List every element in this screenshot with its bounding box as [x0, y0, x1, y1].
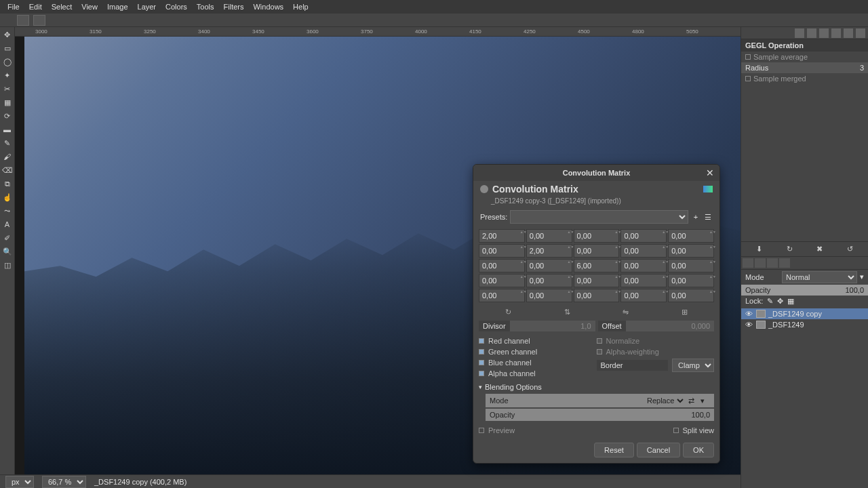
matrix-cell-1-0[interactable]: ▲▼ — [479, 244, 525, 258]
spinner-icon[interactable]: ▲▼ — [614, 230, 618, 242]
measure-tool[interactable]: ◫ — [1, 259, 14, 271]
normalize-check[interactable] — [597, 338, 602, 344]
spinner-icon[interactable]: ▲▼ — [614, 245, 618, 257]
border-select[interactable]: Clamp — [672, 359, 714, 372]
matrix-cell-0-4[interactable]: ▲▼ — [668, 229, 714, 243]
spinner-icon[interactable]: ▲▼ — [568, 274, 572, 287]
layer-mode-select[interactable]: Normal — [782, 271, 857, 283]
menu-colors[interactable]: Colors — [161, 1, 192, 12]
matrix-input[interactable] — [669, 260, 709, 272]
zoom-select[interactable]: 66,7 % — [42, 476, 86, 488]
dock-icon[interactable] — [831, 28, 841, 38]
brush-tool[interactable]: 🖌 — [1, 150, 14, 163]
matrix-cell-4-1[interactable]: ▲▼ — [526, 289, 572, 302]
matrix-input[interactable] — [669, 245, 709, 257]
blend-menu-icon[interactable]: ▾ — [701, 396, 710, 405]
dock-icon[interactable] — [819, 28, 829, 38]
matrix-input[interactable] — [479, 274, 520, 287]
tool-option-2[interactable] — [33, 15, 45, 26]
dock-icon[interactable] — [795, 28, 804, 38]
zoom-tool[interactable]: 🔍 — [1, 245, 14, 258]
menu-tools[interactable]: Tools — [192, 1, 219, 12]
rect-select-tool[interactable]: ▭ — [1, 42, 14, 54]
spinner-icon[interactable]: ▲▼ — [709, 274, 713, 287]
matrix-cell-1-3[interactable]: ▲▼ — [620, 244, 667, 258]
spinner-icon[interactable]: ▲▼ — [520, 260, 524, 272]
color-picker-tool[interactable]: ✐ — [1, 232, 14, 244]
matrix-input[interactable] — [621, 274, 662, 287]
spinner-icon[interactable]: ▲▼ — [709, 289, 713, 302]
matrix-cell-2-3[interactable]: ▲▼ — [620, 259, 667, 272]
transform-tool[interactable]: ▦ — [1, 96, 14, 108]
matrix-cell-4-0[interactable]: ▲▼ — [479, 289, 525, 302]
menu-select[interactable]: Select — [47, 1, 77, 12]
mode-menu-icon[interactable]: ▾ — [860, 272, 864, 281]
matrix-cell-1-4[interactable]: ▲▼ — [668, 244, 714, 258]
path-tool[interactable]: ⤳ — [1, 205, 14, 217]
matrix-input[interactable] — [574, 260, 615, 272]
menu-help[interactable]: Help — [288, 1, 313, 12]
menu-layer[interactable]: Layer — [133, 1, 161, 12]
matrix-cell-3-0[interactable]: ▲▼ — [479, 274, 525, 287]
spinner-icon[interactable]: ▲▼ — [709, 260, 713, 272]
preview-check[interactable] — [479, 428, 484, 433]
spinner-icon[interactable]: ▲▼ — [614, 274, 618, 287]
matrix-input[interactable] — [574, 274, 615, 287]
spinner-icon[interactable]: ▲▼ — [520, 245, 524, 257]
matrix-cell-2-1[interactable]: ▲▼ — [526, 259, 572, 272]
split-check[interactable] — [673, 428, 679, 433]
matrix-cell-3-2[interactable]: ▲▼ — [574, 274, 620, 287]
lock-pixels-icon[interactable]: ✎ — [767, 297, 773, 306]
presets-select[interactable] — [510, 210, 688, 224]
smudge-tool[interactable]: ☝ — [1, 191, 14, 203]
matrix-cell-2-0[interactable]: ▲▼ — [479, 259, 525, 272]
dock-icon[interactable] — [856, 28, 865, 38]
unit-select[interactable]: px — [5, 476, 34, 488]
menu-view[interactable]: View — [77, 1, 102, 12]
blend-expand-icon[interactable]: ▾ — [479, 384, 482, 390]
clone-tool[interactable]: ⧉ — [1, 178, 14, 190]
matrix-cell-1-1[interactable]: ▲▼ — [526, 244, 572, 258]
blend-mode-select[interactable]: Replace — [644, 396, 686, 405]
layers-tab[interactable] — [743, 258, 753, 268]
action-delete-icon[interactable]: ✖ — [816, 245, 823, 253]
reset-button[interactable]: Reset — [594, 443, 634, 458]
matrix-input[interactable] — [479, 289, 520, 302]
matrix-input[interactable] — [574, 245, 615, 257]
action-reset-icon[interactable]: ↺ — [847, 245, 853, 253]
matrix-input[interactable] — [527, 230, 568, 242]
action-down-icon[interactable]: ⬇ — [756, 245, 762, 253]
matrix-input[interactable] — [621, 260, 662, 272]
matrix-input[interactable] — [621, 245, 662, 257]
sample-merged-check[interactable] — [745, 76, 751, 81]
matrix-input[interactable] — [527, 260, 568, 272]
matrix-input[interactable] — [527, 245, 568, 257]
spinner-icon[interactable]: ▲▼ — [568, 289, 572, 302]
channels-tab[interactable] — [755, 258, 766, 268]
spinner-icon[interactable]: ▲▼ — [520, 274, 524, 287]
blend-swap-icon[interactable]: ⇄ — [688, 396, 698, 405]
matrix-cell-3-4[interactable]: ▲▼ — [668, 274, 714, 287]
ok-button[interactable]: OK — [683, 443, 714, 458]
visibility-icon[interactable]: 👁 — [745, 321, 753, 329]
matrix-cell-4-3[interactable]: ▲▼ — [620, 289, 667, 302]
alpha-check[interactable] — [479, 371, 484, 376]
red-check[interactable] — [479, 338, 484, 344]
matrix-input[interactable] — [669, 230, 709, 242]
crop-tool[interactable]: ✂ — [1, 83, 14, 95]
matrix-input[interactable] — [621, 230, 662, 242]
matrix-cell-4-4[interactable]: ▲▼ — [668, 289, 714, 302]
free-select-tool[interactable]: ◯ — [1, 56, 14, 68]
matrix-input[interactable] — [479, 245, 520, 257]
matrix-cell-2-2[interactable]: ▲▼ — [574, 259, 620, 272]
blue-check[interactable] — [479, 360, 484, 365]
dock-icon[interactable] — [807, 28, 816, 38]
preset-add-icon[interactable]: + — [691, 212, 701, 222]
lock-position-icon[interactable]: ✥ — [777, 297, 783, 306]
matrix-center-icon[interactable]: ⊞ — [682, 308, 688, 317]
cancel-button[interactable]: Cancel — [637, 443, 680, 458]
matrix-flip-icon[interactable]: ⇅ — [564, 308, 570, 317]
matrix-mirror-icon[interactable]: ⇋ — [623, 308, 629, 317]
spinner-icon[interactable]: ▲▼ — [709, 230, 713, 242]
close-icon[interactable]: ✕ — [706, 167, 714, 178]
